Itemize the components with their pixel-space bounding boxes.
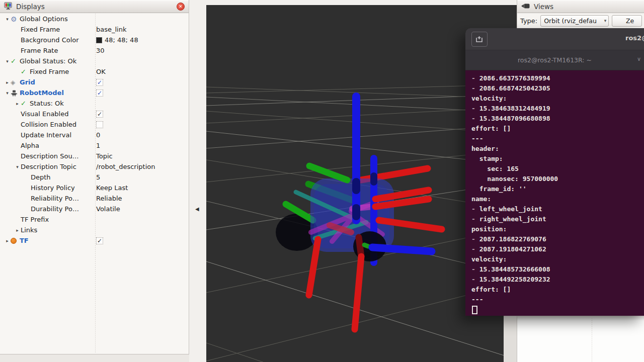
grid-icon: ◈ <box>11 79 20 86</box>
check-icon: ✓ <box>11 57 20 65</box>
display-property-row[interactable]: ▾Description Topic/robot_description <box>0 161 189 172</box>
chevron-down-icon[interactable]: ∨ <box>637 56 641 62</box>
display-property-row[interactable]: ▾⚙Global Options <box>0 14 189 24</box>
green-stub <box>364 245 368 246</box>
property-value[interactable]: ✓ <box>96 77 103 87</box>
value-text: Volatile <box>96 205 120 213</box>
display-property-row[interactable]: ▾✓Global Status: Ok <box>0 56 189 66</box>
property-label: Collision Enabled <box>21 121 76 128</box>
display-property-row[interactable]: ✓Fixed FrameOK <box>0 66 189 77</box>
display-property-row[interactable]: Reliability Po…Reliable <box>0 193 189 204</box>
terminal-tabbar[interactable]: ros2@ros2-TM1613R: ~ ∨ <box>465 50 644 70</box>
display-property-row[interactable]: Background Color48; 48; 48 <box>0 35 189 45</box>
property-label: Global Options <box>20 15 68 23</box>
expander-open-icon[interactable]: ▾ <box>14 164 21 169</box>
property-label: Background Color <box>21 36 79 44</box>
expander-open-icon[interactable]: ▾ <box>4 90 11 96</box>
display-property-row[interactable]: Collision Enabled <box>0 119 189 130</box>
terminal-line: frame_id: '' <box>471 184 644 194</box>
property-value[interactable]: 1 <box>96 140 100 151</box>
property-value[interactable]: Keep Last <box>96 183 128 193</box>
property-label: Description Topic <box>21 163 76 170</box>
property-value[interactable]: 48; 48; 48 <box>96 35 138 45</box>
zero-button[interactable]: Ze <box>612 15 642 27</box>
close-icon[interactable]: ✕ <box>177 3 185 11</box>
views-panel-title: Views <box>534 3 553 11</box>
display-property-row[interactable]: Frame Rate30 <box>0 45 189 56</box>
terminal-line: nanosec: 957000000 <box>471 174 644 184</box>
robot-model <box>276 97 442 329</box>
checkbox-checked[interactable]: ✓ <box>96 111 103 118</box>
display-property-row[interactable]: ▸◈Grid✓ <box>0 77 189 87</box>
property-label: Fixed Frame <box>30 68 69 75</box>
property-value[interactable]: ✓ <box>96 87 103 98</box>
terminal-line: - 15.384492258209232 <box>471 275 644 285</box>
property-value[interactable]: base_link <box>96 24 126 35</box>
property-value[interactable]: 0 <box>96 130 100 140</box>
display-property-row[interactable]: TF Prefix <box>0 214 189 225</box>
property-value[interactable]: 5 <box>96 172 100 183</box>
checkbox-checked[interactable]: ✓ <box>96 237 103 244</box>
checkbox-checked[interactable]: ✓ <box>96 89 103 97</box>
property-value[interactable]: ✓ <box>96 109 103 119</box>
display-property-row[interactable]: Update Interval0 <box>0 130 189 140</box>
new-tab-button[interactable] <box>471 32 488 47</box>
display-property-row[interactable]: Alpha1 <box>0 140 189 151</box>
property-value[interactable]: /robot_description <box>96 161 155 172</box>
views-titlebar[interactable]: Views <box>517 0 644 13</box>
terminal-window: ros2@ ros2@ros2-TM1613R: ~ ∨ - 2086.6637… <box>465 28 644 316</box>
view-type-dropdown[interactable]: Orbit (rviz_defau ▾ <box>540 15 609 27</box>
color-swatch <box>96 37 102 43</box>
view-type-value: Orbit (rviz_defau <box>544 17 597 25</box>
value-text: 5 <box>96 173 100 181</box>
panel-splitter[interactable]: ◀ <box>189 0 206 362</box>
expander-open-icon[interactable]: ▾ <box>4 17 11 22</box>
displays-titlebar[interactable]: Displays ✕ <box>0 0 189 13</box>
property-value[interactable]: OK <box>96 66 106 77</box>
views-list-area[interactable] <box>517 316 644 362</box>
terminal-tab-title[interactable]: ros2@ros2-TM1613R: ~ <box>518 56 592 64</box>
display-property-row[interactable]: Description Sou…Topic <box>0 151 189 161</box>
property-value[interactable]: 30 <box>96 45 105 56</box>
value-text: 48; 48; 48 <box>105 36 138 44</box>
display-property-row[interactable]: Fixed Framebase_link <box>0 24 189 35</box>
terminal-headerbar[interactable]: ros2@ <box>465 28 644 50</box>
display-property-row[interactable]: Durability Po…Volatile <box>0 204 189 214</box>
display-property-row[interactable]: ▸Links <box>0 225 189 235</box>
terminal-line: velocity: <box>471 94 644 104</box>
terminal-cursor <box>472 306 477 314</box>
display-property-row[interactable]: Depth5 <box>0 172 189 183</box>
display-property-row[interactable]: History PolicyKeep Last <box>0 183 189 193</box>
property-value[interactable]: Topic <box>96 151 113 161</box>
type-label: Type: <box>520 17 537 25</box>
property-value[interactable]: Volatile <box>96 204 120 214</box>
property-label: Grid <box>20 78 35 86</box>
expander-closed-icon[interactable]: ▸ <box>14 228 21 233</box>
display-property-row[interactable]: ▸✓Status: Ok <box>0 98 189 109</box>
checkbox-checked[interactable]: ✓ <box>96 79 103 86</box>
views-scrollbar-strip[interactable] <box>504 316 517 362</box>
collapse-panel-icon[interactable]: ◀ <box>195 206 199 212</box>
property-label: Update Interval <box>21 131 71 139</box>
property-label: History Policy <box>31 184 75 192</box>
check-icon: ✓ <box>21 100 30 107</box>
checkbox-unchecked[interactable] <box>96 121 103 128</box>
terminal-line: name: <box>471 194 644 204</box>
value-text: /robot_description <box>96 163 155 170</box>
property-value[interactable]: Reliable <box>96 193 122 204</box>
displays-panel-bottom-strip <box>0 354 189 362</box>
display-property-row[interactable]: ▾RobotModel✓ <box>0 87 189 98</box>
property-value[interactable] <box>96 119 103 130</box>
expander-open-icon[interactable]: ▾ <box>4 59 11 64</box>
tf-axis-x-blue <box>372 247 432 251</box>
display-property-row[interactable]: Visual Enabled✓ <box>0 109 189 119</box>
value-text: Topic <box>96 152 113 160</box>
expander-closed-icon[interactable]: ▸ <box>14 101 21 106</box>
expander-closed-icon[interactable]: ▸ <box>4 238 11 243</box>
property-value[interactable]: ✓ <box>96 235 103 246</box>
displays-panel: Displays ✕ ▾⚙Global OptionsFixed Frameba… <box>0 0 189 362</box>
display-property-row[interactable]: ▸TF✓ <box>0 235 189 246</box>
terminal-line: header: <box>471 144 644 154</box>
expander-closed-icon[interactable]: ▸ <box>4 80 11 85</box>
terminal-content[interactable]: - 2086.6637576389994- 2086.6687425042305… <box>465 70 644 316</box>
